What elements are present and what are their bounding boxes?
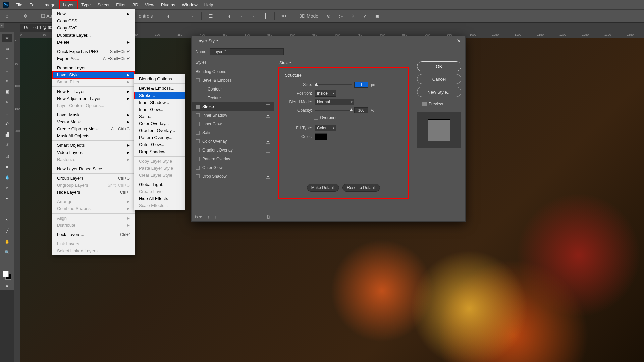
style-inner-glow[interactable]: Inner Glow — [192, 120, 274, 128]
name-input[interactable] — [210, 48, 284, 55]
menu-item-delete[interactable]: Delete▶ — [52, 39, 135, 46]
distribute-middle-icon[interactable]: ⫟ — [238, 13, 244, 19]
menu-window[interactable]: Window — [178, 0, 201, 9]
expand-panels-icon[interactable]: » — [0, 23, 4, 28]
type-tool[interactable]: T — [2, 205, 12, 214]
close-button[interactable]: ✕ — [455, 38, 462, 44]
preview-checkbox[interactable] — [422, 102, 427, 106]
add-effect-icon[interactable]: + — [266, 104, 270, 109]
style-checkbox[interactable] — [201, 87, 205, 91]
overprint-checkbox[interactable] — [314, 116, 318, 120]
make-default-button[interactable]: Make Default — [307, 184, 339, 192]
menu-filter[interactable]: Filter — [113, 0, 129, 9]
menu-view[interactable]: View — [142, 0, 158, 9]
add-effect-icon[interactable]: + — [266, 174, 270, 179]
style-checkbox[interactable] — [196, 148, 200, 152]
crop-tool[interactable]: ⧈ — [2, 76, 12, 85]
blend-mode-select[interactable]: Normal — [315, 99, 354, 105]
foreground-color[interactable] — [3, 271, 9, 277]
3d-orbit-icon[interactable]: ⊙ — [326, 13, 332, 19]
home-icon[interactable]: ⌂ — [4, 13, 10, 19]
opacity-input[interactable] — [354, 107, 368, 113]
menu-item-video-layers[interactable]: Video Layers▶ — [52, 149, 135, 156]
document-tab[interactable]: Untitled-1 @ 60. — [20, 24, 57, 32]
3d-pan-icon[interactable]: ✥ — [350, 13, 356, 19]
submenu-item-outer-glow-[interactable]: Outer Glow... — [134, 141, 185, 148]
menu-select[interactable]: Select — [94, 0, 113, 9]
fx-icon[interactable]: fx⏷ — [195, 214, 203, 219]
color-picker[interactable] — [315, 133, 327, 140]
color-swatches[interactable] — [3, 271, 11, 280]
3d-scale-icon[interactable]: ▣ — [374, 13, 380, 19]
style-outer-glow[interactable]: Outer Glow — [192, 163, 274, 172]
heal-tool[interactable]: ⊕ — [2, 109, 12, 117]
menu-edit[interactable]: Edit — [26, 0, 40, 9]
style-pattern-overlay[interactable]: Pattern Overlay — [192, 155, 274, 163]
menu-item-export-as-[interactable]: Export As...Alt+Shift+Ctrl+' — [52, 55, 135, 62]
style-drop-shadow[interactable]: Drop Shadow+ — [192, 172, 274, 181]
menu-item-vector-mask[interactable]: Vector Mask▶ — [52, 118, 135, 125]
menu-layer[interactable]: Layer — [59, 0, 78, 9]
trash-icon[interactable]: 🗑 — [266, 214, 270, 219]
submenu-item-color-overlay-[interactable]: Color Overlay... — [134, 120, 185, 127]
menu-item-smart-objects[interactable]: Smart Objects▶ — [52, 142, 135, 149]
size-slider[interactable] — [315, 84, 352, 85]
style-checkbox[interactable] — [196, 166, 200, 170]
menu-item-create-clipping-mask[interactable]: Create Clipping MaskAlt+Ctrl+G — [52, 125, 135, 132]
submenu-item-blending-options-[interactable]: Blending Options... — [134, 75, 185, 82]
menu-plugins[interactable]: Plugins — [158, 0, 179, 9]
menu-item-lock-layers-[interactable]: Lock Layers...Ctrl+/ — [52, 231, 135, 238]
style-stroke[interactable]: Stroke+ — [192, 102, 274, 111]
style-inner-shadow[interactable]: Inner Shadow+ — [192, 111, 274, 120]
lasso-tool[interactable]: ⊃ — [2, 55, 12, 64]
style-gradient-overlay[interactable]: Gradient Overlay+ — [192, 146, 274, 155]
style-checkbox[interactable] — [196, 174, 200, 178]
zoom-tool[interactable]: 🔍 — [2, 248, 12, 257]
style-bevel-emboss[interactable]: Bevel & Emboss — [192, 76, 274, 85]
marquee-tool[interactable]: ▭ — [2, 44, 12, 53]
menu-item-copy-css[interactable]: Copy CSS — [52, 17, 135, 24]
menu-file[interactable]: File — [12, 0, 26, 9]
menu-item-new-fill-layer[interactable]: New Fill Layer▶ — [52, 88, 135, 95]
add-effect-icon[interactable]: + — [266, 139, 270, 144]
menu-item-quick-export-as-png[interactable]: Quick Export as PNGShift+Ctrl+' — [52, 48, 135, 55]
submenu-item-bevel-emboss-[interactable]: Bevel & Emboss... — [134, 85, 185, 92]
selection-tool[interactable]: ⊡ — [2, 66, 12, 74]
menu-image[interactable]: Image — [40, 0, 59, 9]
style-checkbox[interactable] — [201, 96, 205, 100]
menu-item-group-layers[interactable]: Group LayersCtrl+G — [52, 175, 135, 182]
align-left-icon[interactable]: ⫞ — [165, 13, 171, 19]
brush-tool[interactable]: 🖌 — [2, 119, 12, 128]
new-style-button[interactable]: New Style... — [417, 87, 461, 97]
style-contour[interactable]: Contour — [192, 85, 274, 94]
menu-item-copy-svg[interactable]: Copy SVG — [52, 24, 135, 32]
history-brush-tool[interactable]: ↺ — [2, 141, 12, 149]
style-checkbox[interactable] — [196, 113, 200, 117]
hand-tool[interactable]: ✋ — [2, 237, 12, 246]
eyedropper-tool[interactable]: ✎ — [2, 98, 12, 107]
styles-header[interactable]: Styles — [192, 57, 274, 67]
style-checkbox[interactable] — [196, 139, 200, 143]
submenu-item-inner-glow-[interactable]: Inner Glow... — [134, 106, 185, 113]
more-icon[interactable]: ••• — [281, 13, 287, 19]
submenu-item-gradient-overlay-[interactable]: Gradient Overlay... — [134, 127, 185, 134]
style-checkbox[interactable] — [196, 131, 200, 135]
quickmask-toggle[interactable]: ◙ — [2, 282, 12, 290]
menu-item-duplicate-layer-[interactable]: Duplicate Layer... — [52, 32, 135, 39]
style-checkbox[interactable] — [196, 78, 200, 82]
shape-tool[interactable]: ╱ — [2, 227, 12, 235]
menu-item-new-adjustment-layer[interactable]: New Adjustment Layer▶ — [52, 95, 135, 102]
fill-type-select[interactable]: Color — [315, 125, 336, 131]
align-center-v-icon[interactable]: ☰ — [208, 13, 214, 19]
submenu-item-stroke-[interactable]: Stroke... — [134, 92, 185, 99]
distribute-bottom-icon[interactable]: ⫠ — [250, 13, 256, 19]
position-select[interactable]: Inside — [315, 90, 336, 97]
submenu-item-drop-shadow-[interactable]: Drop Shadow... — [134, 148, 185, 155]
eraser-tool[interactable]: ◿ — [2, 152, 12, 160]
style-checkbox[interactable] — [196, 157, 200, 161]
menu-item-new[interactable]: New▶ — [52, 10, 135, 17]
gradient-tool[interactable]: ■ — [2, 162, 12, 171]
style-blending-options[interactable]: Blending Options — [192, 67, 274, 76]
path-tool[interactable]: ↖ — [2, 216, 12, 225]
3d-slide-icon[interactable]: ⤢ — [362, 13, 368, 19]
